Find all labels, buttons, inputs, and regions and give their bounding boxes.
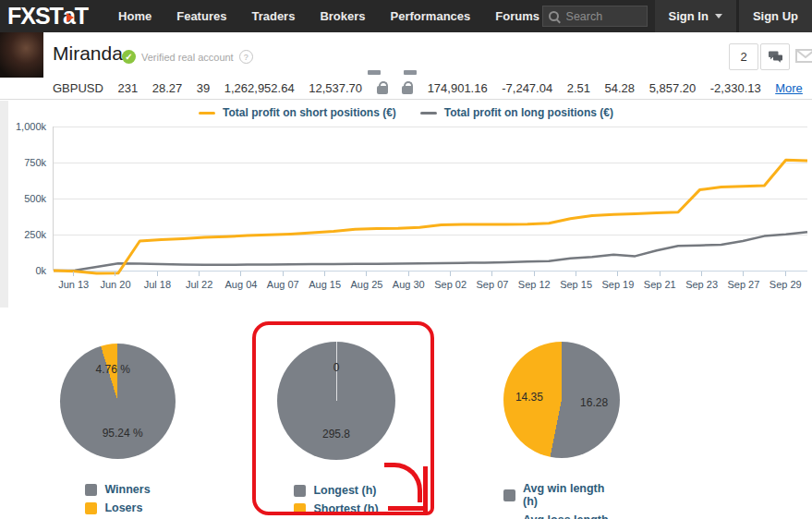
x-axis-label: Aug 07: [267, 279, 299, 290]
pie-legend-label: Losers: [104, 501, 142, 514]
nav-item-brokers[interactable]: Brokers: [320, 9, 365, 23]
x-tick-mark: [366, 272, 367, 276]
pie-group-3: 16.2814.35Avg win length (h)Avg loss len…: [503, 342, 620, 519]
x-axis-tick-group: Aug 15: [304, 272, 345, 290]
chat-button[interactable]: [760, 43, 790, 70]
stats-cell: 5,857.20: [649, 81, 697, 95]
x-tick-mark: [115, 272, 115, 276]
line-chart-plot: [53, 127, 807, 271]
pie-legend-label: Winners: [104, 483, 150, 496]
pie-legend-item: Shortest (h): [294, 502, 378, 515]
nav-item-features[interactable]: Features: [176, 9, 226, 23]
x-axis-label: Jun 13: [58, 279, 89, 290]
x-tick-mark: [157, 272, 158, 276]
pie-chart: 16.2814.35: [503, 342, 620, 458]
mail-icon: [795, 49, 812, 63]
y-axis-label: 0k: [0, 265, 46, 276]
line-chart-legend: Total profit on short positions (€)Total…: [0, 106, 812, 119]
stats-cell: 28.27: [152, 81, 183, 95]
x-axis-label: Sep 07: [477, 279, 509, 290]
avatar[interactable]: [0, 32, 43, 78]
message-count-button[interactable]: 2: [729, 43, 758, 70]
pie-legend-label: Avg win length (h): [523, 482, 620, 508]
x-tick-mark: [534, 272, 535, 276]
x-axis-tick-group: Aug 25: [345, 272, 387, 290]
pie-legend-label: Longest (h): [313, 484, 376, 497]
legend-dash-icon: [199, 112, 215, 115]
pie-group-2: 295.80Longest (h)Shortest (h): [277, 342, 395, 515]
x-axis-label: Jun 20: [100, 279, 130, 290]
stats-cell: -2,330.13: [710, 81, 761, 95]
x-tick-mark: [491, 272, 492, 276]
x-axis-label: Jul 18: [144, 279, 171, 290]
x-axis-label: Jul 22: [186, 279, 212, 290]
x-tick-mark: [73, 272, 74, 276]
x-tick-mark: [576, 272, 576, 276]
trader-name: Miranda: [53, 42, 123, 65]
x-tick-mark: [660, 272, 661, 276]
highlight-box-curl: [384, 463, 422, 502]
pie-value-label: 16.28: [580, 396, 608, 409]
legend-label: Total profit on long positions (€): [444, 106, 613, 119]
search-box[interactable]: [542, 6, 648, 27]
x-tick-mark: [324, 272, 325, 276]
lock-icon: [377, 86, 388, 94]
pie-chart: 295.80: [277, 342, 395, 460]
fxstat-logo[interactable]: FXSTaT: [7, 3, 88, 30]
instrument-stats-row: GBPUSD23128.27391,262,952.6412,537.70174…: [0, 78, 812, 100]
stats-cell: 39: [197, 81, 210, 95]
logo-text: FXST: [7, 3, 63, 30]
search-input[interactable]: [564, 9, 635, 24]
x-axis-tick-group: Aug 07: [262, 272, 304, 290]
legend-item: Total profit on short positions (€): [199, 106, 396, 119]
legend-swatch-icon: [85, 502, 97, 514]
legend-swatch-icon: [85, 484, 97, 496]
pie-value-label: 95.24 %: [103, 427, 143, 440]
x-tick-mark: [617, 272, 618, 276]
more-link[interactable]: More: [775, 81, 803, 95]
page: FXSTaT HomeFeaturesTradersBrokersPerform…: [0, 0, 812, 519]
nav-item-forums[interactable]: Forums: [495, 9, 539, 23]
top-nav: FXSTaT HomeFeaturesTradersBrokersPerform…: [0, 0, 812, 32]
sign-in-button[interactable]: Sign In: [655, 0, 736, 32]
line-series-canvas: [54, 127, 807, 271]
x-axis: Jun 13Jun 20Jul 18Jul 22Aug 04Aug 07Aug …: [53, 272, 806, 290]
logo-text-end: T: [75, 3, 88, 30]
chat-bubbles-icon: [768, 51, 783, 64]
line-series-long-positions: [54, 232, 807, 271]
x-axis-label: Sep 19: [601, 279, 634, 290]
x-axis-tick-group: Sep 21: [639, 272, 681, 290]
stats-cell: 54.28: [605, 81, 636, 95]
pie-legend-label: Shortest (h): [313, 502, 378, 515]
logo-letter-a: a: [63, 3, 75, 30]
x-tick-mark: [408, 272, 409, 276]
x-axis-label: Sep 15: [560, 279, 592, 290]
pie-value-label: 14.35: [515, 391, 543, 404]
y-axis-label: 500k: [0, 193, 46, 204]
x-axis-label: Sep 23: [685, 279, 718, 290]
x-axis-tick-group: Aug 04: [220, 272, 261, 290]
pie-chart: 95.24 %4.76 %: [60, 344, 176, 459]
x-axis-label: Sep 12: [518, 279, 551, 290]
verified-label: Verified real account: [141, 52, 234, 63]
nav-item-traders[interactable]: Traders: [251, 9, 295, 23]
mail-button[interactable]: [792, 43, 812, 68]
x-axis-tick-group: Jul 18: [137, 272, 178, 290]
caret-down-icon: [715, 14, 722, 18]
line-series-short-positions: [54, 160, 807, 273]
nav-item-home[interactable]: Home: [118, 9, 151, 23]
stats-cell: GBPUSD: [53, 81, 103, 95]
x-axis-label: Sep 21: [644, 279, 676, 290]
nav-item-performances[interactable]: Performances: [391, 9, 471, 23]
stats-cell: 12,537.70: [309, 81, 362, 95]
pie-value-label: 4.76 %: [96, 363, 130, 376]
x-tick-mark: [240, 272, 241, 276]
legend-swatch-icon: [503, 489, 515, 501]
x-axis-tick-group: Sep 02: [430, 272, 471, 290]
help-icon[interactable]: ?: [239, 50, 253, 64]
pie-group-1: 95.24 %4.76 %WinnersLosers: [60, 344, 176, 514]
sign-up-button[interactable]: Sign Up: [739, 0, 812, 32]
stats-cell: 2.51: [567, 81, 590, 95]
mini-slider-bar: [404, 70, 417, 75]
x-axis-label: Aug 15: [309, 279, 341, 290]
